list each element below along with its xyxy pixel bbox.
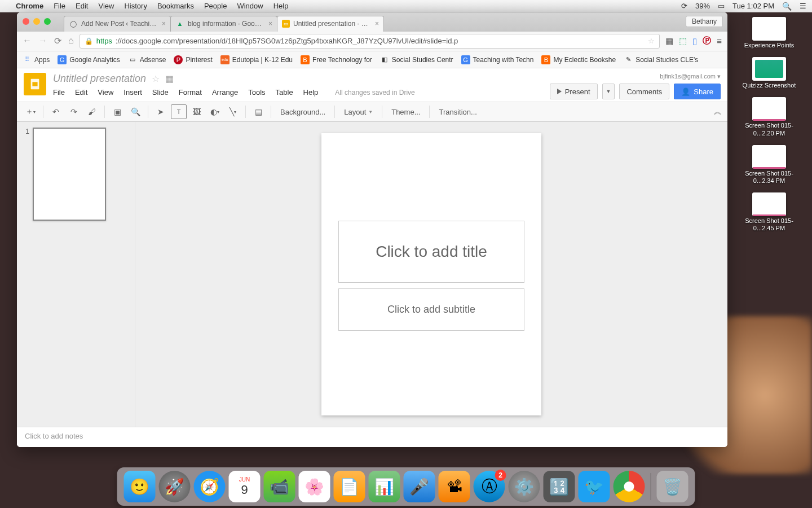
mac-menu-help[interactable]: Help bbox=[273, 2, 289, 10]
close-window-icon[interactable] bbox=[23, 18, 29, 25]
mac-menu-edit[interactable]: Edit bbox=[76, 2, 88, 10]
dock-photos-icon[interactable]: 🌸 bbox=[299, 471, 330, 502]
mac-app-name[interactable]: Chrome bbox=[16, 2, 43, 10]
mac-menu-window[interactable]: Window bbox=[237, 2, 263, 10]
browser-tab[interactable]: ◯ Add New Post ‹ Teaching w × bbox=[64, 16, 171, 32]
star-icon[interactable]: ☆ bbox=[152, 73, 160, 84]
tab-close-icon[interactable]: × bbox=[162, 20, 166, 28]
dock-pages-icon[interactable]: 📄 bbox=[334, 471, 365, 502]
dock-appstore-icon[interactable]: Ⓐ2 bbox=[474, 471, 505, 502]
bookmark-item[interactable]: eduEdutopia | K-12 Edu bbox=[220, 55, 293, 64]
bookmark-item[interactable]: GTeaching with Techn bbox=[461, 55, 534, 64]
comment-icon-button[interactable]: ▤ bbox=[250, 104, 266, 119]
menu-table[interactable]: Table bbox=[276, 88, 293, 97]
menu-slide[interactable]: Slide bbox=[152, 88, 169, 97]
dock-trash-icon[interactable]: 🗑️ bbox=[657, 471, 689, 502]
dock-calendar-icon[interactable]: JUN9 bbox=[229, 471, 261, 502]
bookmark-item[interactable]: ▭Adsense bbox=[128, 55, 166, 64]
mac-menu-people[interactable]: People bbox=[204, 2, 227, 10]
present-dropdown-button[interactable]: ▼ bbox=[602, 84, 615, 99]
menu-edit[interactable]: Edit bbox=[75, 88, 87, 97]
shape-button[interactable]: ◐▾ bbox=[207, 104, 223, 119]
window-controls[interactable] bbox=[23, 18, 51, 25]
desktop-file[interactable]: Screen Shot 015-0...2.34 PM bbox=[735, 145, 803, 185]
new-slide-button[interactable]: ＋▾ bbox=[23, 104, 38, 119]
mac-menu-bookmarks[interactable]: Bookmarks bbox=[157, 2, 194, 10]
extension-icon[interactable]: ▯ bbox=[692, 36, 697, 46]
dock-keynote-icon[interactable]: 🎤 bbox=[404, 471, 435, 502]
transition-button[interactable]: Transition... bbox=[434, 108, 481, 116]
menu-help[interactable]: Help bbox=[303, 88, 319, 97]
zoom-window-icon[interactable] bbox=[44, 18, 51, 25]
chrome-profile-button[interactable]: Bethany bbox=[686, 16, 723, 27]
slide-canvas-area[interactable]: Click to add title Click to add subtitle bbox=[135, 122, 727, 427]
textbox-button[interactable]: T bbox=[171, 104, 187, 119]
zoom-button[interactable]: 🔍 bbox=[127, 104, 143, 119]
menu-tools[interactable]: Tools bbox=[248, 88, 265, 97]
extension-icon[interactable]: ⬚ bbox=[679, 36, 687, 46]
slide-canvas[interactable]: Click to add title Click to add subtitle bbox=[321, 133, 541, 415]
chrome-menu-icon[interactable]: ≡ bbox=[717, 36, 722, 46]
desktop-file[interactable]: Screen Shot 015-0...2.20 PM bbox=[735, 97, 803, 137]
browser-tab[interactable]: ▲ blog information - Google D × bbox=[170, 16, 277, 32]
browser-tab[interactable]: ▭ Untitled presentation - Goo × bbox=[277, 16, 384, 32]
speaker-notes[interactable]: Click to add notes bbox=[17, 427, 727, 447]
dock-twitter-icon[interactable]: 🐦 bbox=[579, 471, 610, 502]
folder-icon[interactable]: ▦ bbox=[165, 73, 174, 84]
dock-calculator-icon[interactable]: 🔢 bbox=[544, 471, 575, 502]
menu-insert[interactable]: Insert bbox=[123, 88, 142, 97]
dock-chrome-icon[interactable] bbox=[614, 471, 645, 502]
tab-close-icon[interactable]: × bbox=[268, 20, 272, 28]
bookmark-item[interactable]: PPinterest bbox=[174, 55, 212, 64]
background-button[interactable]: Background... bbox=[276, 108, 330, 116]
undo-button[interactable]: ↶ bbox=[48, 104, 64, 119]
zoom-fit-button[interactable]: ▣ bbox=[109, 104, 125, 119]
subtitle-placeholder[interactable]: Click to add subtitle bbox=[338, 288, 524, 331]
dock-numbers-icon[interactable]: 📊 bbox=[369, 471, 400, 502]
slides-logo-icon[interactable] bbox=[24, 73, 46, 95]
slide-filmstrip[interactable]: 1 bbox=[17, 122, 135, 427]
dock-safari-icon[interactable]: 🧭 bbox=[194, 471, 226, 502]
menu-file[interactable]: File bbox=[53, 88, 65, 97]
home-button[interactable]: ⌂ bbox=[68, 36, 74, 46]
slide-thumbnail[interactable] bbox=[33, 128, 106, 221]
dock-powerpoint-icon[interactable]: 📽 bbox=[439, 471, 470, 502]
desktop-file[interactable]: Screen Shot 015-0...2.45 PM bbox=[735, 192, 803, 232]
theme-button[interactable]: Theme... bbox=[387, 108, 425, 116]
select-tool-button[interactable]: ➤ bbox=[153, 104, 169, 119]
image-button[interactable]: 🖼 bbox=[189, 104, 205, 119]
line-button[interactable]: ╲▾ bbox=[225, 104, 241, 119]
menu-view[interactable]: View bbox=[98, 88, 113, 97]
bookmark-apps[interactable]: ⠿Apps bbox=[23, 55, 50, 64]
mac-menu-history[interactable]: History bbox=[124, 2, 147, 10]
spotlight-icon[interactable]: 🔍 bbox=[782, 2, 792, 11]
dock-facetime-icon[interactable]: 📹 bbox=[264, 471, 295, 502]
account-email[interactable]: bjfink1s@gmail.com ▾ bbox=[660, 73, 721, 80]
mac-menu-view[interactable]: View bbox=[98, 2, 114, 10]
pinterest-extension-icon[interactable]: Ⓟ bbox=[703, 36, 711, 46]
sync-icon[interactable]: ⟳ bbox=[681, 2, 687, 10]
notification-center-icon[interactable]: ☰ bbox=[800, 2, 806, 10]
bookmark-item[interactable]: BMy Eclectic Bookshe bbox=[541, 55, 616, 64]
back-button[interactable]: ← bbox=[23, 36, 32, 46]
dock-launchpad-icon[interactable]: 🚀 bbox=[159, 471, 191, 502]
address-bar[interactable]: 🔒 https://docs.google.com/presentation/d… bbox=[80, 34, 660, 49]
menu-format[interactable]: Format bbox=[179, 88, 202, 97]
bookmark-star-icon[interactable]: ☆ bbox=[648, 37, 655, 45]
layout-button[interactable]: Layout▼ bbox=[339, 108, 377, 116]
bookmark-item[interactable]: BFree Technology for bbox=[301, 55, 372, 64]
tab-close-icon[interactable]: × bbox=[375, 20, 379, 28]
bookmark-item[interactable]: ✎Social Studies CLE's bbox=[624, 55, 698, 64]
desktop-file[interactable]: Quizizz Screenshot bbox=[743, 57, 796, 89]
reload-button[interactable]: ⟳ bbox=[54, 36, 61, 46]
desktop-file[interactable]: Experience Points bbox=[744, 17, 795, 49]
collapse-toolbar-icon[interactable]: ︽ bbox=[714, 107, 722, 117]
forward-button[interactable]: → bbox=[38, 36, 47, 46]
dock-finder-icon[interactable]: 🙂 bbox=[124, 471, 156, 502]
extension-icon[interactable]: ▦ bbox=[665, 36, 673, 46]
minimize-window-icon[interactable] bbox=[33, 18, 40, 25]
share-button[interactable]: 👤Share bbox=[674, 84, 721, 99]
bookmark-item[interactable]: GGoogle Analytics bbox=[58, 55, 120, 64]
redo-button[interactable]: ↷ bbox=[66, 104, 82, 119]
comments-button[interactable]: Comments bbox=[619, 84, 669, 99]
